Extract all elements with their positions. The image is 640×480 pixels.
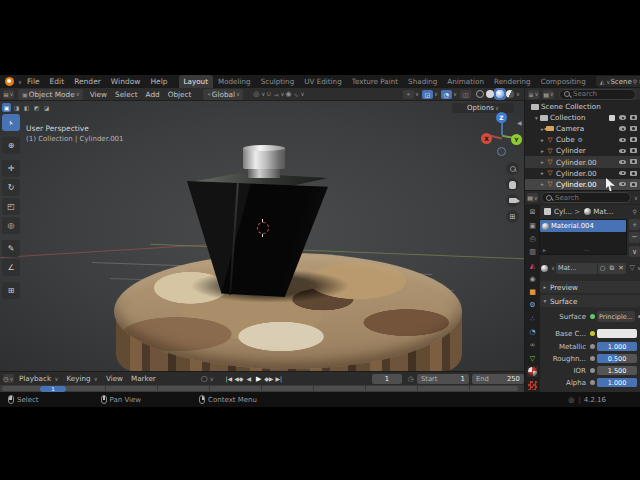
current-frame-field[interactable]: 1 [372, 374, 402, 384]
measure-tool[interactable]: ∠ [2, 259, 20, 276]
navigation-gizmo[interactable]: Z X Y [478, 109, 524, 157]
outliner-row-cylinder[interactable]: ▸ ▽ Cylinder [525, 145, 640, 156]
editor-type-properties-icon[interactable]: ▤∨ [527, 193, 538, 202]
hide-eye-icon[interactable] [619, 149, 626, 154]
expand-caret-icon[interactable]: ▸ [539, 148, 546, 154]
gizmo-x-axis[interactable]: X [481, 133, 492, 144]
jump-to-start-button[interactable]: |◀ [224, 374, 234, 384]
unlink-material-button[interactable]: ✕ [616, 263, 625, 274]
pivot-point-icon[interactable]: ◎ [253, 90, 259, 98]
tab-tool-icon[interactable]: ⊠ [527, 207, 538, 218]
prev-keyframe-button[interactable]: ◀◆ [234, 374, 244, 384]
render-camera-icon[interactable] [630, 115, 637, 120]
cursor-tool[interactable]: ⊕ [2, 137, 20, 154]
render-camera-icon[interactable] [630, 137, 637, 142]
bottle-cap[interactable] [243, 147, 285, 169]
select-intersect-icon[interactable]: ◪ [42, 103, 51, 112]
menu-playback[interactable]: Playback ∨ [15, 374, 62, 383]
browse-material-icon[interactable] [541, 265, 548, 272]
breadcrumb-material[interactable]: Mat... [593, 207, 613, 216]
menu-window[interactable]: Window [106, 77, 146, 86]
outliner-display-mode-icon[interactable]: ▤∨ [543, 90, 554, 99]
scene-selector[interactable]: ◭ ∨ Scene ⚲ ⧉ ✕ [596, 76, 640, 87]
tab-shading[interactable]: Shading [403, 75, 442, 88]
menu-view[interactable]: View [86, 90, 111, 99]
material-name-field[interactable]: Mat... [556, 263, 597, 274]
zoom-view-icon[interactable] [506, 162, 519, 175]
outliner-row-cube[interactable]: ▸ ▽ Cube ⚙ [525, 134, 640, 145]
expand-caret-icon[interactable]: ▸ [539, 181, 546, 187]
outliner-row-cylinder00-a[interactable]: ▸ ▽ Cylinder.00 [525, 156, 640, 167]
show-gizmo-icon[interactable]: ⌖ [403, 90, 414, 99]
tab-animation[interactable]: Animation [442, 75, 489, 88]
menu-help[interactable]: Help [145, 77, 172, 86]
tab-render-icon[interactable]: ▣ [527, 220, 538, 231]
playhead[interactable]: 1 [40, 386, 66, 392]
new-material-button[interactable]: ⧉ [607, 263, 616, 274]
add-slot-button[interactable]: ＋ [629, 219, 640, 230]
timeline-strip[interactable]: 1 [0, 385, 524, 392]
expand-caret-icon[interactable]: ▸ [539, 137, 546, 143]
rotate-tool[interactable]: ↻ [2, 179, 20, 196]
select-subtract-icon[interactable]: ◧ [22, 103, 31, 112]
toggle-xray-icon[interactable]: ◫ [460, 90, 471, 99]
render-camera-icon[interactable] [630, 171, 637, 176]
breadcrumb-object[interactable]: Cyl... [554, 207, 572, 216]
editor-type-timeline-icon[interactable]: ◷∨ [3, 374, 14, 383]
pin-icon[interactable]: ⚲ [633, 78, 637, 85]
alpha-slider[interactable]: 1.000 [597, 378, 637, 387]
menu-marker[interactable]: Marker [127, 374, 160, 383]
add-cube-tool[interactable]: ⊞ [2, 282, 20, 299]
menu-file[interactable]: File [22, 77, 45, 86]
surface-shader-button[interactable]: Principle... [597, 311, 635, 322]
tab-object-icon[interactable]: ■ [527, 287, 538, 298]
expand-caret-icon[interactable]: ▸ [539, 170, 546, 176]
tab-rendering[interactable]: Rendering [489, 75, 536, 88]
hide-eye-icon[interactable] [619, 160, 626, 165]
select-set-icon[interactable]: ▣ [2, 103, 11, 112]
menu-select[interactable]: Select [111, 90, 142, 99]
editor-type-viewport-icon[interactable]: ⊞∨ [3, 90, 14, 99]
scale-tool[interactable]: ◰ [2, 198, 20, 215]
snap-to-icon[interactable]: ⇥ [273, 91, 278, 98]
outliner-row-scene-collection[interactable]: Scene Collection [525, 101, 640, 112]
tab-sculpting[interactable]: Sculpting [256, 75, 300, 88]
transform-tool[interactable]: ◎ [2, 217, 20, 234]
snap-magnet-icon[interactable]: ∪ [266, 90, 271, 98]
move-tool[interactable]: ✛ [2, 160, 20, 177]
gizmo-y-axis[interactable]: Y [511, 134, 522, 145]
tab-output-icon[interactable]: ⎙ [527, 234, 538, 245]
pin-icon[interactable]: ⚲ [633, 208, 637, 215]
select-box-tool[interactable]: ➢ [2, 114, 20, 131]
properties-options-chevron-icon[interactable]: ∨ [634, 195, 638, 201]
auto-keying-icon[interactable]: ○ [201, 374, 208, 383]
editor-type-outliner-icon[interactable]: ≡∨ [528, 90, 539, 99]
tab-modeling[interactable]: Modeling [213, 75, 256, 88]
camera-view-icon[interactable] [506, 194, 519, 207]
shading-solid-icon[interactable] [486, 90, 494, 98]
timeline-scrollbar[interactable] [2, 386, 518, 391]
hide-eye-icon[interactable] [619, 115, 626, 120]
outliner-row-collection[interactable]: ▾ Collection [525, 112, 640, 123]
menu-render[interactable]: Render [69, 77, 106, 86]
tab-physics-icon[interactable]: ◔ [527, 327, 538, 338]
base-color-swatch[interactable] [597, 329, 637, 338]
menu-edit[interactable]: Edit [45, 77, 70, 86]
hide-eye-icon[interactable] [619, 182, 626, 187]
falloff-curve-icon[interactable]: ∿ [294, 91, 299, 98]
tab-uv-editing[interactable]: UV Editing [299, 75, 347, 88]
menu-object[interactable]: Object [164, 90, 196, 99]
tab-texture-paint[interactable]: Texture Paint [347, 75, 403, 88]
collection-checkbox[interactable] [609, 115, 615, 121]
render-camera-icon[interactable] [630, 159, 637, 164]
hide-eye-icon[interactable] [619, 126, 626, 131]
tab-texture-icon[interactable] [527, 380, 538, 391]
blender-logo-icon[interactable] [5, 77, 14, 86]
hide-eye-icon[interactable] [619, 138, 626, 143]
tab-layout[interactable]: Layout [179, 75, 213, 88]
tab-compositing[interactable]: Compositing [536, 75, 591, 88]
outliner-row-cylinder00-c[interactable]: ▸ ▽ Cylinder.00 [525, 179, 640, 190]
panel-surface[interactable]: ▾ Surface [540, 295, 640, 307]
properties-search-input[interactable]: Search [541, 192, 631, 203]
render-camera-icon[interactable] [630, 148, 637, 153]
